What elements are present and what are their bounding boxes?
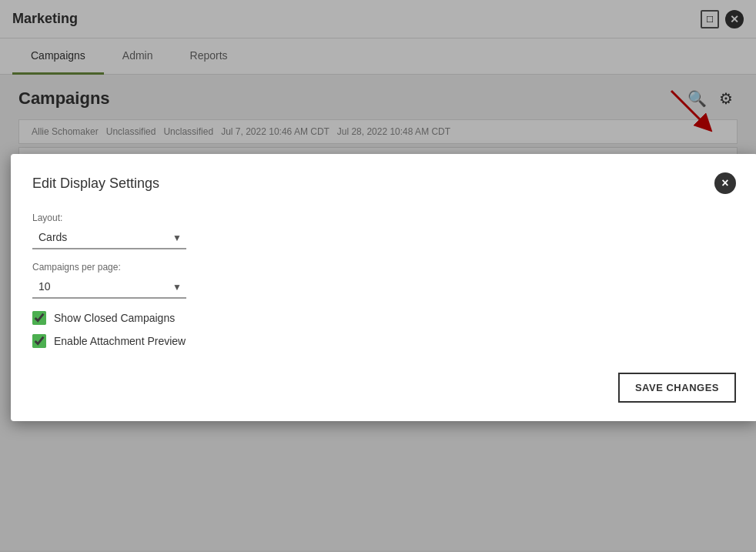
per-page-select-wrapper: 10 25 50 100 ▼ bbox=[32, 276, 186, 299]
modal-footer: SAVE CHANGES bbox=[32, 373, 736, 403]
edit-display-settings-modal: Edit Display Settings × Layout: Cards Li… bbox=[11, 154, 756, 421]
per-page-label: Campaigns per page: bbox=[32, 262, 736, 273]
modal-title: Edit Display Settings bbox=[32, 176, 159, 192]
show-closed-campaigns-checkbox[interactable] bbox=[32, 311, 46, 325]
show-closed-campaigns-row: Show Closed Campaigns bbox=[32, 311, 736, 325]
per-page-select[interactable]: 10 25 50 100 bbox=[32, 276, 186, 299]
modal-header: Edit Display Settings × bbox=[32, 172, 736, 194]
per-page-field: Campaigns per page: 10 25 50 100 ▼ bbox=[32, 262, 736, 299]
enable-attachment-preview-checkbox[interactable] bbox=[32, 334, 46, 348]
show-closed-campaigns-label: Show Closed Campaigns bbox=[54, 312, 175, 324]
modal-close-button[interactable]: × bbox=[714, 172, 736, 194]
enable-attachment-preview-label: Enable Attachment Preview bbox=[54, 335, 186, 347]
layout-select[interactable]: Cards List Table bbox=[32, 226, 186, 249]
layout-select-wrapper: Cards List Table ▼ bbox=[32, 226, 186, 249]
save-changes-button[interactable]: SAVE CHANGES bbox=[618, 373, 736, 403]
layout-field: Layout: Cards List Table ▼ bbox=[32, 212, 736, 249]
close-icon: × bbox=[721, 176, 728, 190]
enable-attachment-preview-row: Enable Attachment Preview bbox=[32, 334, 736, 348]
layout-label: Layout: bbox=[32, 212, 736, 223]
